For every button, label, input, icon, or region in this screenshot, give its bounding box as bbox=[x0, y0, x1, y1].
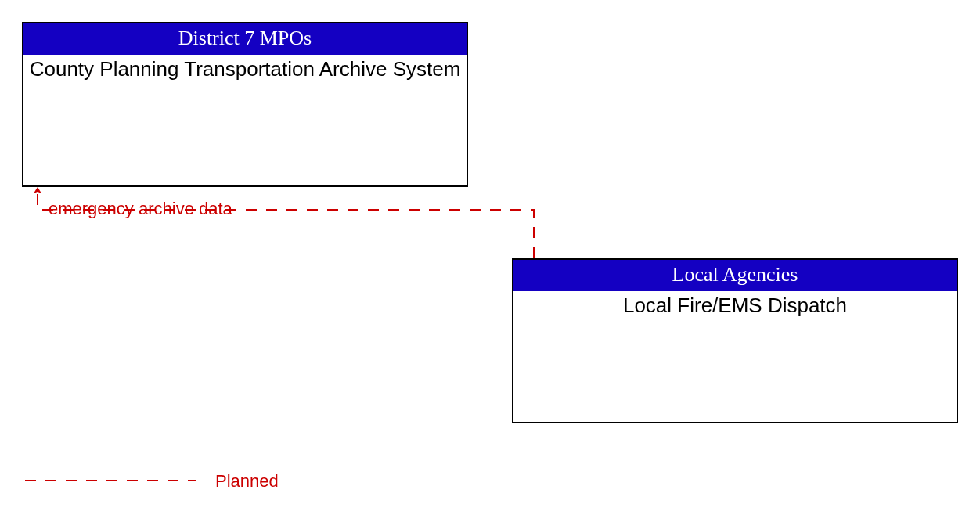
entity-district7-mpos: District 7 MPOs County Planning Transpor… bbox=[22, 22, 468, 187]
entity-header-bottom: Local Agencies bbox=[513, 260, 957, 291]
entity-local-agencies: Local Agencies Local Fire/EMS Dispatch bbox=[512, 258, 958, 423]
entity-body-bottom: Local Fire/EMS Dispatch bbox=[513, 291, 957, 321]
entity-body-top: County Planning Transportation Archive S… bbox=[23, 55, 467, 85]
entity-header-top: District 7 MPOs bbox=[23, 23, 467, 55]
legend-planned-label: Planned bbox=[215, 471, 279, 492]
diagram-canvas: District 7 MPOs County Planning Transpor… bbox=[0, 0, 980, 515]
flow-label-emergency-archive-data: emergency archive data bbox=[49, 199, 232, 219]
